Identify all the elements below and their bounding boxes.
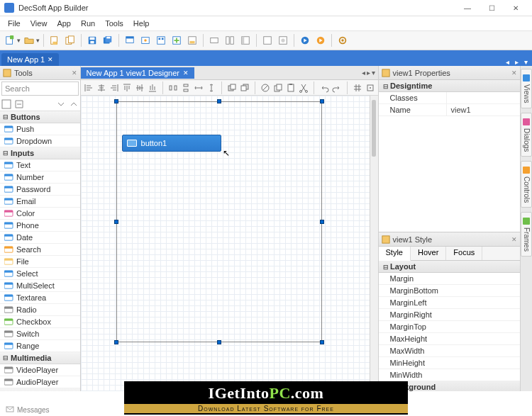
resize-handle[interactable] bbox=[114, 99, 118, 103]
resize-handle[interactable] bbox=[217, 340, 221, 344]
dist-v-icon[interactable] bbox=[181, 83, 191, 93]
window-maximize-button[interactable]: ☐ bbox=[480, 0, 504, 16]
resize-handle[interactable] bbox=[320, 99, 324, 103]
style-row[interactable]: MaxHeight bbox=[379, 333, 520, 345]
design-canvas[interactable]: button1 ↖ bbox=[81, 96, 378, 391]
undo-icon[interactable] bbox=[319, 83, 329, 93]
tb-btn-5[interactable] bbox=[123, 33, 137, 47]
style-row[interactable]: MarginBottom bbox=[379, 285, 520, 297]
tool-category[interactable]: Additional bbox=[0, 388, 80, 391]
tool-item-audioplayer[interactable]: AudioPlayer bbox=[0, 376, 80, 388]
save-button[interactable] bbox=[85, 33, 99, 47]
style-tab-focus[interactable]: Focus bbox=[446, 247, 482, 260]
tb-btn-8[interactable] bbox=[170, 33, 184, 47]
style-row[interactable]: MarginRight bbox=[379, 309, 520, 321]
run-button[interactable] bbox=[298, 33, 312, 47]
bring-front-icon[interactable] bbox=[227, 83, 237, 93]
tool-category[interactable]: Inputs bbox=[0, 147, 80, 159]
resize-handle[interactable] bbox=[320, 220, 324, 224]
resize-handle[interactable] bbox=[320, 340, 324, 344]
side-tab-controls[interactable]: Controls bbox=[521, 161, 532, 208]
send-back-icon[interactable] bbox=[240, 83, 250, 93]
tool-category[interactable]: Multimedia bbox=[0, 352, 80, 364]
tool-item-multiselect[interactable]: MultiSelect bbox=[0, 280, 80, 292]
dtab-prev[interactable]: ◂ bbox=[362, 69, 365, 77]
menu-help[interactable]: Help bbox=[128, 18, 155, 29]
menu-tools[interactable]: Tools bbox=[100, 18, 128, 29]
dtab-next[interactable]: ▸ bbox=[367, 69, 370, 77]
open-dropdown-icon[interactable]: ▾ bbox=[36, 37, 40, 44]
tab-nav-menu[interactable]: ▾ bbox=[521, 58, 531, 66]
tb-btn-9[interactable] bbox=[185, 33, 199, 47]
resize-handle[interactable] bbox=[217, 99, 221, 103]
style-row[interactable]: MinWidth bbox=[379, 369, 520, 381]
property-value[interactable] bbox=[446, 92, 520, 103]
tools-search-input[interactable]: Search bbox=[1, 81, 79, 96]
dist-h-icon[interactable] bbox=[168, 83, 178, 93]
property-row[interactable]: Nameview1 bbox=[379, 104, 520, 116]
align-top-icon[interactable] bbox=[122, 83, 132, 93]
tool-item-number[interactable]: Number bbox=[0, 172, 80, 184]
tool-item-textarea[interactable]: Textarea bbox=[0, 292, 80, 304]
tb-btn-6[interactable] bbox=[138, 33, 153, 47]
tool-item-videoplayer[interactable]: VideoPlayer bbox=[0, 364, 80, 376]
new-dropdown-icon[interactable]: ▾ bbox=[17, 37, 21, 44]
tool-item-checkbox[interactable]: Checkbox bbox=[0, 316, 80, 328]
tb-btn-11[interactable] bbox=[223, 33, 237, 47]
tool-item-switch[interactable]: Switch bbox=[0, 328, 80, 340]
canvas-scrollbar[interactable] bbox=[370, 96, 378, 391]
tb-btn-14[interactable] bbox=[276, 33, 290, 47]
tool-item-phone[interactable]: Phone bbox=[0, 220, 80, 232]
app-tab-close-icon[interactable]: ✕ bbox=[48, 56, 53, 63]
tools-tb-4[interactable] bbox=[69, 99, 79, 109]
tool-item-email[interactable]: Email bbox=[0, 196, 80, 208]
tb-btn-10[interactable] bbox=[207, 33, 221, 47]
property-value[interactable]: view1 bbox=[446, 104, 520, 116]
tool-item-password[interactable]: Password bbox=[0, 184, 80, 196]
copy-icon[interactable] bbox=[273, 83, 283, 93]
tools-list[interactable]: ButtonsPushDropdownInputsTextNumberPassw… bbox=[0, 111, 80, 391]
snap-icon[interactable] bbox=[365, 83, 375, 93]
tb-btn-1[interactable] bbox=[48, 33, 62, 47]
tb-btn-7[interactable] bbox=[154, 33, 168, 47]
menu-view[interactable]: View bbox=[26, 18, 52, 29]
align-mid-icon[interactable] bbox=[135, 83, 145, 93]
style-row[interactable]: MinHeight bbox=[379, 357, 520, 369]
tool-item-file[interactable]: File bbox=[0, 256, 80, 268]
tool-item-text[interactable]: Text bbox=[0, 159, 80, 172]
debug-button[interactable] bbox=[314, 33, 328, 47]
paste-icon[interactable] bbox=[286, 83, 296, 93]
side-tab-dialogs[interactable]: Dialogs bbox=[521, 113, 532, 157]
same-w-icon[interactable] bbox=[194, 83, 204, 93]
style-tab-hover[interactable]: Hover bbox=[411, 247, 446, 260]
menu-app[interactable]: App bbox=[52, 18, 76, 29]
tools-close-icon[interactable]: ✕ bbox=[72, 69, 77, 77]
app-tab[interactable]: New App 1 ✕ bbox=[1, 53, 59, 66]
side-tab-frames[interactable]: Frames bbox=[521, 212, 532, 257]
tb-btn-12[interactable] bbox=[238, 33, 253, 47]
designer-tab-close-icon[interactable]: ✕ bbox=[183, 69, 189, 77]
messages-panel-collapsed[interactable]: Messages bbox=[1, 403, 54, 416]
resize-handle[interactable] bbox=[114, 220, 118, 224]
align-center-icon[interactable] bbox=[96, 83, 106, 93]
tool-item-search[interactable]: Search bbox=[0, 244, 80, 256]
style-tab-style[interactable]: Style bbox=[379, 247, 411, 261]
window-minimize-button[interactable]: — bbox=[455, 0, 480, 16]
property-row[interactable]: Classes bbox=[379, 92, 520, 104]
tool-item-dropdown[interactable]: Dropdown bbox=[0, 135, 80, 147]
style-row[interactable]: MarginLeft bbox=[379, 297, 520, 309]
redo-icon[interactable] bbox=[332, 83, 342, 93]
menu-file[interactable]: File bbox=[3, 18, 26, 29]
open-button[interactable] bbox=[22, 33, 36, 47]
tool-item-date[interactable]: Date bbox=[0, 232, 80, 244]
canvas-button1[interactable]: button1 bbox=[122, 135, 221, 152]
properties-body[interactable]: Designtime ClassesNameview1 bbox=[379, 80, 520, 232]
style-close-icon[interactable]: ✕ bbox=[511, 236, 517, 243]
tb-btn-13[interactable] bbox=[260, 33, 275, 47]
properties-close-icon[interactable]: ✕ bbox=[511, 69, 517, 77]
side-tab-views[interactable]: Views bbox=[521, 69, 532, 108]
tool-item-push[interactable]: Push bbox=[0, 123, 80, 135]
tool-category[interactable]: Buttons bbox=[0, 111, 80, 123]
align-right-icon[interactable] bbox=[109, 83, 119, 93]
tools-tb-1[interactable] bbox=[1, 99, 11, 109]
